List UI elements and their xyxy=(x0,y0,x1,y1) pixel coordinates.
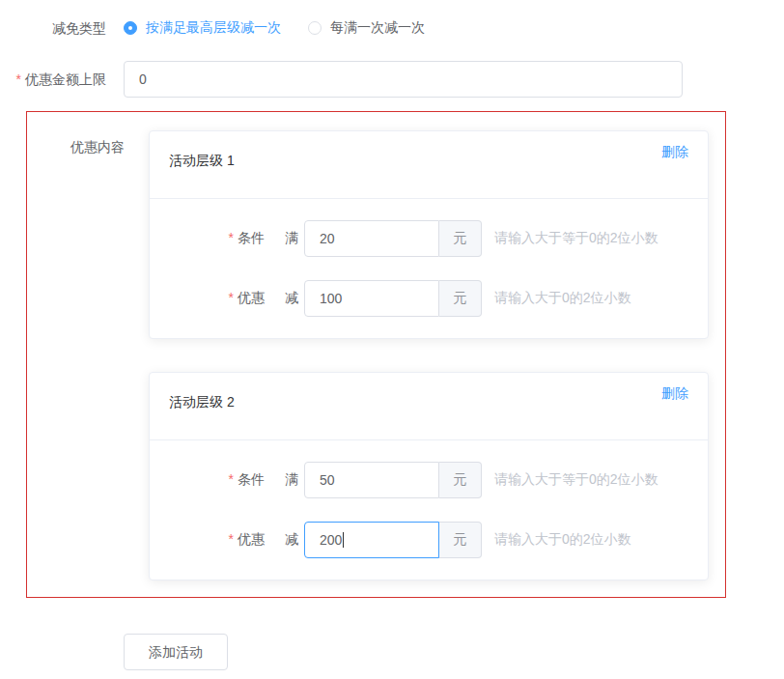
discount-input-group-focused: 元 xyxy=(304,522,482,558)
discount-content-label: 优惠内容 xyxy=(27,130,125,580)
condition-input-group: 元 xyxy=(304,220,482,257)
discount-row: *优惠 减 元 请输入大于0的2位小数 xyxy=(150,280,708,317)
tier-card-1: 活动层级 1 删除 *条件 满 元 请输入大于等于0的2位小数 *优惠 xyxy=(149,130,709,339)
tier-title: 活动层级 2 xyxy=(169,394,235,410)
input-hint: 请输入大于0的2位小数 xyxy=(494,531,631,549)
required-asterisk: * xyxy=(229,471,234,487)
condition-amount-input[interactable] xyxy=(304,220,439,257)
input-hint: 请输入大于0的2位小数 xyxy=(494,290,631,307)
add-activity-row: 添加活动 xyxy=(124,634,784,670)
add-activity-button[interactable]: 添加活动 xyxy=(124,634,228,670)
input-hint: 请输入大于等于0的2位小数 xyxy=(494,230,658,247)
condition-label: 条件 xyxy=(238,230,265,245)
condition-input-group: 元 xyxy=(304,462,482,498)
unit-yuan-label: 元 xyxy=(439,220,482,257)
input-hint: 请输入大于等于0的2位小数 xyxy=(494,471,658,489)
discount-cap-input[interactable] xyxy=(124,61,683,98)
unit-yuan-label: 元 xyxy=(439,462,482,498)
tier-title: 活动层级 1 xyxy=(169,153,235,168)
condition-amount-input[interactable] xyxy=(304,462,439,498)
tier-card-header: 活动层级 2 删除 xyxy=(150,373,708,440)
condition-row: *条件 满 元 请输入大于等于0的2位小数 xyxy=(150,462,708,498)
radio-option-label[interactable]: 按满足最高层级减一次 xyxy=(146,19,281,37)
condition-prefix: 满 xyxy=(285,471,298,489)
radio-option-label[interactable]: 每满一次减一次 xyxy=(330,19,425,37)
discount-prefix: 减 xyxy=(285,290,298,307)
required-asterisk: * xyxy=(229,531,234,547)
tier-card-body: *条件 满 元 请输入大于等于0的2位小数 *优惠 减 元 xyxy=(150,199,708,338)
radio-option-highest-tier[interactable]: 按满足最高层级减一次 xyxy=(124,19,281,37)
condition-row: *条件 满 元 请输入大于等于0的2位小数 xyxy=(150,220,708,257)
text-caret xyxy=(343,532,344,548)
required-asterisk: * xyxy=(229,290,234,305)
radio-unchecked-icon[interactable] xyxy=(308,21,322,35)
discount-amount-input-focused[interactable] xyxy=(304,522,439,558)
tier-card-body: *条件 满 元 请输入大于等于0的2位小数 *优惠 减 xyxy=(150,440,708,580)
delete-tier-link[interactable]: 删除 xyxy=(661,385,688,403)
reduction-type-radio-group: 按满足最高层级减一次 每满一次减一次 xyxy=(124,19,452,37)
discount-prefix: 减 xyxy=(285,531,298,549)
condition-label: 条件 xyxy=(238,471,265,487)
discount-cap-label: *优惠金额上限 xyxy=(0,66,106,93)
discount-label: 优惠 xyxy=(238,531,265,547)
promotion-form: 减免类型 按满足最高层级减一次 每满一次减一次 *优惠金额上限 优惠内容 活动层… xyxy=(0,0,784,670)
unit-yuan-label: 元 xyxy=(439,522,482,558)
reduction-type-label: 减免类型 xyxy=(0,14,106,42)
reduction-type-row: 减免类型 按满足最高层级减一次 每满一次减一次 xyxy=(0,14,784,42)
discount-label: 优惠 xyxy=(238,290,265,305)
required-asterisk: * xyxy=(16,71,21,87)
tier-card-2: 活动层级 2 删除 *条件 满 元 请输入大于等于0的2位小数 *优惠 xyxy=(149,372,709,580)
required-asterisk: * xyxy=(229,230,234,245)
discount-input-group: 元 xyxy=(304,280,482,317)
discount-content-section: 优惠内容 活动层级 1 删除 *条件 满 元 请输入大于等于0 xyxy=(26,111,726,598)
discount-amount-input[interactable] xyxy=(304,280,439,317)
radio-option-every-time[interactable]: 每满一次减一次 xyxy=(308,19,425,37)
tier-cards-column: 活动层级 1 删除 *条件 满 元 请输入大于等于0的2位小数 *优惠 xyxy=(149,130,709,580)
radio-checked-icon[interactable] xyxy=(124,21,137,35)
tier-card-header: 活动层级 1 删除 xyxy=(150,131,708,199)
condition-prefix: 满 xyxy=(285,230,298,247)
unit-yuan-label: 元 xyxy=(439,280,482,317)
discount-cap-row: *优惠金额上限 xyxy=(0,61,784,98)
delete-tier-link[interactable]: 删除 xyxy=(661,144,688,161)
discount-row: *优惠 减 元 请输入大于0的2位小数 xyxy=(150,522,708,558)
